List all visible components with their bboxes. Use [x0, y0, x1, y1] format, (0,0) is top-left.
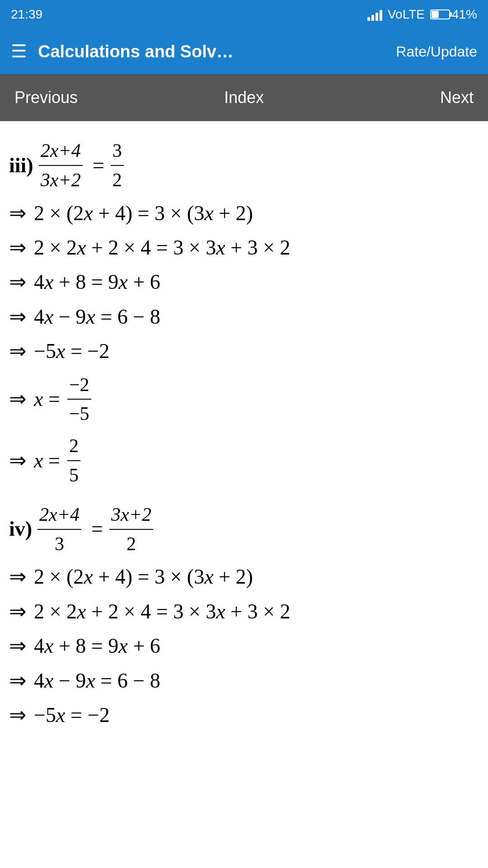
index-button[interactable]: Index: [172, 88, 315, 107]
iv-arrow-3: ⇒: [9, 632, 27, 660]
iv-arrow-1: ⇒: [9, 562, 27, 591]
iv-step-1: ⇒ 2 × (2x + 4) = 3 × (3x + 2): [9, 562, 474, 591]
iv-arrow-2: ⇒: [9, 597, 27, 626]
step-3-text: 4x + 8 = 9x + 6: [34, 268, 160, 297]
step-4-text: 4x − 9x = 6 − 8: [34, 302, 160, 331]
x-label-1: x =: [34, 385, 60, 414]
equals-iv: =: [91, 514, 103, 543]
iv-step-4-text: 4x − 9x = 6 − 8: [34, 666, 160, 695]
frac-2-5: 2 5: [67, 433, 80, 489]
step-5: ⇒ −5x = −2: [9, 337, 474, 366]
iv-step-1-text: 2 × (2x + 4) = 3 × (3x + 2): [34, 562, 253, 591]
frac-iv-rhs: 3x+2 2: [109, 501, 153, 557]
arrow-2: ⇒: [9, 233, 27, 262]
arrow-4: ⇒: [9, 302, 27, 331]
iv-step-4: ⇒ 4x − 9x = 6 − 8: [9, 666, 474, 695]
iv-step-2: ⇒ 2 × 2x + 2 × 4 = 3 × 3x + 3 × 2: [9, 597, 474, 626]
step-3: ⇒ 4x + 8 = 9x + 6: [9, 268, 474, 297]
frac-iv-lhs: 2x+4 3: [38, 501, 81, 557]
battery-label: 41%: [452, 7, 477, 22]
signal-icon: [367, 8, 382, 21]
iv-step-5-text: −5x =: [34, 701, 82, 730]
x-label-2: x =: [34, 446, 60, 475]
step-2-text: 2 × 2x + 2 × 4 = 3 × 3x + 3 × 2: [34, 233, 290, 262]
previous-button[interactable]: Previous: [0, 88, 172, 107]
iv-step-3-text: 4x + 8 = 9x + 6: [34, 632, 160, 660]
app-title: Calculations and Solv…: [38, 42, 385, 61]
frac-3-2: 3 2: [111, 137, 124, 193]
frac-2x4-3x2: 2x+4 3x+2: [39, 137, 83, 193]
step-7: ⇒ x = 2 5: [9, 433, 474, 489]
iv-arrow-5: ⇒: [9, 701, 27, 730]
arrow-1: ⇒: [9, 199, 27, 228]
step-1: ⇒ 2 × (2x + 4) = 3 × (3x + 2): [9, 199, 474, 228]
step-5-text: −5x = −2: [34, 337, 109, 366]
problem-iv-label: iv): [9, 514, 32, 543]
iv-step-3: ⇒ 4x + 8 = 9x + 6: [9, 632, 474, 660]
app-toolbar: ☰ Calculations and Solv… Rate/Update: [0, 29, 488, 74]
status-bar: 21:39 VoLTE 41%: [0, 0, 488, 29]
iv-arrow-4: ⇒: [9, 666, 27, 695]
frac-neg2-neg5: −2 −5: [67, 372, 91, 428]
battery-icon: 41%: [430, 7, 477, 22]
equals-1: =: [93, 151, 104, 180]
step-1-text: 2 × (2x + 4) = 3 × (3x + 2): [34, 199, 253, 228]
rate-update-button[interactable]: Rate/Update: [396, 43, 477, 60]
iv-step-5-rhs: −2: [88, 701, 110, 730]
problem-iii-header: iii) 2x+4 3x+2 = 3 2: [9, 137, 474, 193]
problem-iv-header: iv) 2x+4 3 = 3x+2 2: [9, 501, 474, 557]
next-button[interactable]: Next: [316, 88, 488, 107]
step-6: ⇒ x = −2 −5: [9, 372, 474, 428]
step-2: ⇒ 2 × 2x + 2 × 4 = 3 × 3x + 3 × 2: [9, 233, 474, 262]
problem-iii-label: iii): [9, 151, 33, 180]
arrow-5: ⇒: [9, 337, 27, 366]
iv-step-2-text: 2 × 2x + 2 × 4 = 3 × 3x + 3 × 2: [34, 597, 290, 626]
navigation-bar: Previous Index Next: [0, 74, 488, 121]
step-4: ⇒ 4x − 9x = 6 − 8: [9, 302, 474, 331]
iv-step-5-partial: ⇒ −5x = −2: [9, 701, 474, 730]
content-area: iii) 2x+4 3x+2 = 3 2 ⇒ 2 × (2x + 4) = 3 …: [0, 121, 488, 753]
hamburger-icon[interactable]: ☰: [11, 42, 27, 61]
arrow-3: ⇒: [9, 268, 27, 297]
network-label: VoLTE: [388, 7, 425, 22]
arrow-6: ⇒: [9, 385, 27, 414]
status-time: 21:39: [11, 7, 42, 22]
status-right: VoLTE 41%: [367, 7, 477, 22]
arrow-7: ⇒: [9, 446, 27, 475]
